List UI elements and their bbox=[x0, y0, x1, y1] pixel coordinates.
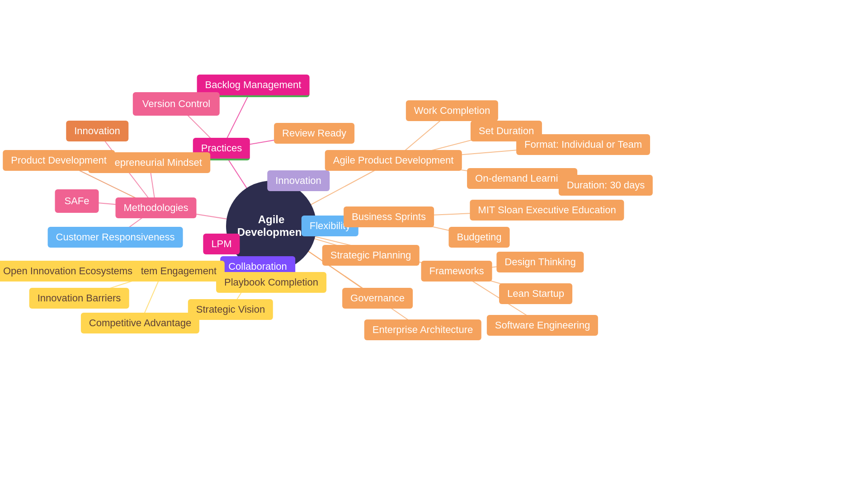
node-strategic_vision[interactable]: Strategic Vision bbox=[188, 299, 273, 320]
node-frameworks[interactable]: Frameworks bbox=[421, 261, 492, 282]
node-product_dev[interactable]: Product Development bbox=[3, 150, 115, 171]
node-lean_startup[interactable]: Lean Startup bbox=[499, 283, 572, 304]
node-work_completion[interactable]: Work Completion bbox=[406, 100, 498, 121]
node-duration_30[interactable]: Duration: 30 days bbox=[559, 175, 653, 196]
node-innovation_barriers[interactable]: Innovation Barriers bbox=[29, 288, 129, 309]
node-governance[interactable]: Governance bbox=[342, 288, 413, 309]
node-competitive_adv[interactable]: Competitive Advantage bbox=[81, 313, 199, 333]
node-strategic_planning[interactable]: Strategic Planning bbox=[322, 245, 420, 266]
node-innovation_node[interactable]: Innovation bbox=[267, 170, 330, 191]
node-open_innovation[interactable]: Open Innovation Ecosystems bbox=[0, 261, 141, 282]
node-software_eng[interactable]: Software Engineering bbox=[487, 315, 598, 336]
node-agile_product[interactable]: Agile Product Development bbox=[325, 150, 462, 171]
node-review_ready[interactable]: Review Ready bbox=[274, 123, 354, 144]
mind-map: Agile DevelopmentPracticesMethodologiesC… bbox=[0, 0, 868, 488]
node-format[interactable]: Format: Individual or Team bbox=[516, 134, 650, 155]
node-version_control[interactable]: Version Control bbox=[133, 92, 220, 116]
node-design_thinking[interactable]: Design Thinking bbox=[496, 252, 584, 272]
node-playbook[interactable]: Playbook Completion bbox=[216, 272, 326, 293]
node-budgeting[interactable]: Budgeting bbox=[448, 227, 509, 248]
node-enterprise_arch[interactable]: Enterprise Architecture bbox=[364, 319, 481, 340]
node-customer_resp[interactable]: Customer Responsiveness bbox=[48, 227, 183, 248]
node-business_sprints[interactable]: Business Sprints bbox=[344, 206, 434, 227]
node-lpm[interactable]: LPM bbox=[203, 234, 240, 254]
node-innovation_left[interactable]: Innovation bbox=[66, 121, 128, 141]
node-methodologies[interactable]: Methodologies bbox=[115, 197, 196, 218]
node-safe[interactable]: SAFe bbox=[55, 189, 99, 213]
node-mit_sloan[interactable]: MIT Sloan Executive Education bbox=[470, 200, 624, 221]
